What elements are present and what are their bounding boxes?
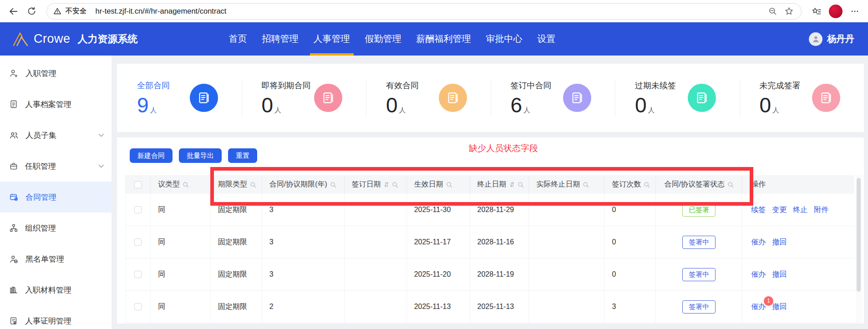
collections-icon[interactable]: [811, 5, 822, 17]
nav-item-hr[interactable]: 人事管理: [314, 22, 350, 56]
stat-card-valid[interactable]: 有效合同 0人: [366, 64, 491, 132]
status-badge: 签署中: [682, 268, 716, 281]
urge-link[interactable]: 催办1: [751, 302, 766, 312]
stat-unit: 人: [150, 106, 157, 114]
sidebar-item-label: 人事档案管理: [25, 99, 71, 110]
stat-unit: 人: [523, 106, 530, 114]
nav-item-approval[interactable]: 审批中心: [486, 22, 523, 56]
row-checkbox[interactable]: [134, 271, 142, 278]
sidebar-item-blacklist[interactable]: 黑名单管理: [0, 243, 112, 274]
sidebar-item-onboarding-materials[interactable]: 入职材料管理: [0, 274, 112, 305]
header-actual-end-date: 实际终止日期: [529, 175, 604, 194]
reset-button[interactable]: 重置: [228, 148, 257, 163]
urge-link[interactable]: 催办: [751, 270, 766, 279]
sidebar-item-org-mgmt[interactable]: 组织管理: [0, 213, 112, 243]
zoom-out-icon[interactable]: [767, 5, 779, 17]
sidebar-item-personnel-files[interactable]: 人事档案管理: [0, 89, 112, 120]
nav-item-compensation[interactable]: 薪酬福利管理: [416, 22, 471, 56]
browser-profile-avatar[interactable]: [829, 5, 843, 18]
batch-export-button[interactable]: 批量导出: [179, 148, 222, 163]
chevron-down-icon: [98, 133, 104, 137]
stat-value: 0: [635, 93, 647, 117]
withdraw-link[interactable]: 撤回: [772, 302, 787, 312]
review-annotation-text: 缺少人员状态字段: [469, 142, 538, 154]
sidebar-item-hr-certificates[interactable]: 人事证明管理: [0, 305, 112, 329]
search-icon[interactable]: [446, 182, 452, 188]
withdraw-link[interactable]: 撤回: [772, 270, 787, 279]
stat-card-unsigned[interactable]: 未完成签署 0人: [740, 64, 864, 132]
table-row: 同 固定期限 2 2025-11-13 2025-11-13 3 签署中 催办1…: [126, 291, 854, 323]
search-icon[interactable]: [727, 182, 734, 188]
security-label: 不安全: [66, 7, 87, 15]
cell-end-date: 2028-11-16: [470, 226, 529, 258]
bookmark-star-icon[interactable]: [783, 5, 795, 17]
url-text[interactable]: hr-test.zjf-it.cn/#/hr-anagement/contrac…: [96, 7, 227, 15]
table-row: 同 固定期限 3 2025-11-17 2028-11-16 0 签署中 催办 …: [126, 226, 854, 258]
attachment-link[interactable]: 附件: [814, 205, 828, 215]
select-all-checkbox[interactable]: [134, 181, 142, 188]
stat-card-signing[interactable]: 签订中合同 6人: [491, 64, 615, 132]
cell-term-years: 3: [262, 194, 345, 226]
search-icon[interactable]: [583, 182, 589, 188]
sidebar-item-contract-mgmt[interactable]: 合同管理: [0, 182, 112, 213]
crowe-logo-icon: [12, 32, 29, 46]
table-scrollbar[interactable]: [856, 175, 862, 324]
sort-icon[interactable]: [509, 181, 515, 188]
product-name: 人力资源系统: [78, 32, 138, 46]
people-icon: [9, 131, 19, 140]
row-checkbox[interactable]: [134, 206, 142, 213]
search-icon[interactable]: [518, 182, 524, 188]
cell-term-years: 3: [262, 258, 345, 290]
nav-item-attendance[interactable]: 假勤管理: [365, 22, 401, 56]
address-bar[interactable]: 不安全 hr-test.zjf-it.cn/#/hr-anagement/con…: [46, 3, 802, 20]
stat-unit: 人: [399, 106, 406, 114]
row-checkbox[interactable]: [134, 238, 142, 246]
renew-link[interactable]: 续签: [751, 205, 766, 215]
cell-agreement-type: 同: [151, 258, 211, 290]
browser-chrome: 不安全 hr-test.zjf-it.cn/#/hr-anagement/con…: [0, 0, 868, 22]
cell-end-date: 2025-11-13: [470, 291, 529, 323]
nav-item-home[interactable]: 首页: [229, 22, 247, 56]
header-sign-status: 合同/协议签署状态: [656, 175, 742, 194]
cell-sign-count: 0: [604, 194, 656, 226]
search-icon[interactable]: [183, 182, 189, 188]
stat-label: 过期未续签: [635, 80, 676, 91]
org-chart-icon: [9, 223, 18, 233]
search-icon[interactable]: [392, 182, 398, 188]
cell-sign-count: 3: [604, 291, 656, 323]
search-icon[interactable]: [330, 182, 336, 188]
change-link[interactable]: 变更: [772, 205, 787, 215]
stat-label: 全部合同: [137, 80, 170, 91]
sidebar-item-onboarding[interactable]: 入职管理: [0, 58, 112, 89]
nav-item-settings[interactable]: 设置: [538, 22, 556, 56]
stat-card-overdue-unrenewed[interactable]: 过期未续签 0人: [615, 64, 740, 132]
cell-agreement-type: 同: [151, 291, 211, 323]
stat-label: 签订中合同: [511, 80, 552, 91]
sidebar-item-person-subset[interactable]: 人员子集: [0, 120, 112, 151]
stat-value: 0: [262, 93, 274, 117]
document-icon: [9, 100, 18, 109]
stat-value: 6: [511, 93, 523, 117]
sidebar-item-label: 人事证明管理: [25, 316, 71, 326]
browser-menu-icon[interactable]: [849, 5, 861, 17]
stat-card-all-contracts[interactable]: 全部合同 9人: [117, 64, 242, 132]
new-contract-button[interactable]: 新建合同: [130, 148, 173, 163]
sidebar-item-position-mgmt[interactable]: 任职管理: [0, 151, 112, 182]
brand-name: Crowe: [34, 32, 71, 46]
sort-icon[interactable]: [384, 181, 389, 188]
back-icon[interactable]: [7, 5, 19, 17]
withdraw-link[interactable]: 撤回: [772, 238, 787, 247]
cell-actual-end-date: [529, 258, 604, 290]
user-menu[interactable]: 杨丹丹: [809, 32, 854, 46]
nav-item-recruiting[interactable]: 招聘管理: [262, 22, 299, 56]
header-actions: 操作: [742, 175, 854, 194]
stat-unit: 人: [274, 106, 281, 114]
search-icon[interactable]: [250, 182, 256, 188]
scrollbar-thumb[interactable]: [857, 178, 861, 292]
urge-link[interactable]: 催办: [751, 238, 766, 247]
refresh-icon[interactable]: [25, 5, 37, 17]
stat-card-expiring[interactable]: 即将到期合同 0人: [242, 64, 366, 132]
row-checkbox[interactable]: [134, 303, 142, 310]
terminate-link[interactable]: 终止: [793, 205, 807, 215]
search-icon[interactable]: [644, 182, 650, 188]
